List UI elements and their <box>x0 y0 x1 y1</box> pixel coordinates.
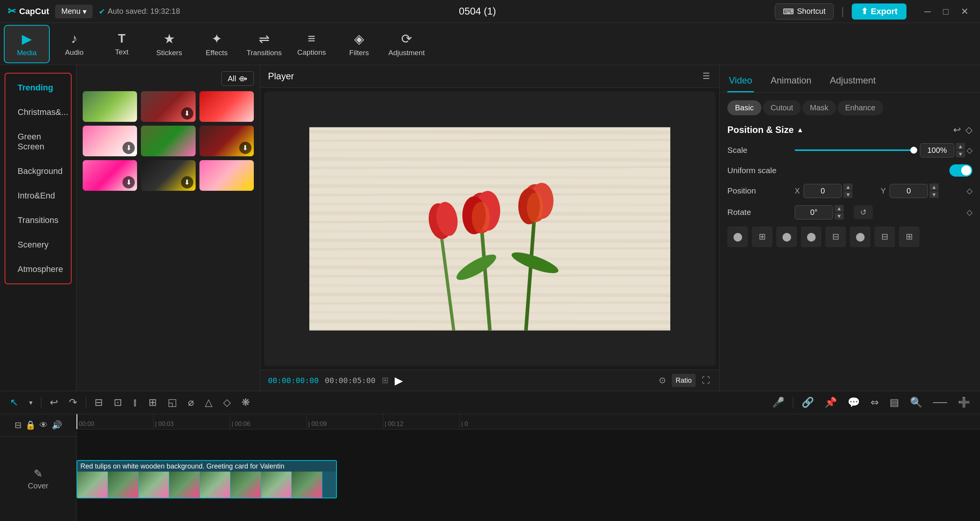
ratio-button[interactable]: Ratio <box>672 374 696 387</box>
align-bottom-button[interactable]: ⬤ <box>850 226 871 247</box>
speed-tool[interactable]: ⊞ <box>145 394 161 411</box>
rotate-up-button[interactable]: ▲ <box>835 205 844 212</box>
mic-button[interactable]: 🎤 <box>768 394 788 411</box>
pip-button[interactable]: ▤ <box>886 394 903 411</box>
all-filter-button[interactable]: All ⟴ <box>221 71 254 86</box>
toolbar-text[interactable]: T Text <box>99 25 145 63</box>
rotate-flip-button[interactable]: ↺ <box>854 205 873 219</box>
rotate-diamond-button[interactable]: ◇ <box>967 208 972 217</box>
tab-animation[interactable]: Animation <box>769 71 813 92</box>
select-dropdown[interactable]: ▾ <box>25 396 36 409</box>
export-button[interactable]: ⬆ Export <box>852 3 907 20</box>
mirror-tool[interactable]: ◇ <box>219 394 235 411</box>
play-button[interactable]: ▶ <box>395 374 403 387</box>
media-thumb-2[interactable]: ⬇ <box>141 91 195 122</box>
x-up-button[interactable]: ▲ <box>843 183 853 190</box>
download-badge-2[interactable]: ⬇ <box>181 107 193 120</box>
scale-diamond-button[interactable]: ◇ <box>967 146 972 155</box>
align-center-h-button[interactable]: ⊞ <box>752 226 773 247</box>
download-badge-8[interactable]: ⬇ <box>181 176 193 188</box>
close-button[interactable]: ✕ <box>957 5 972 18</box>
zoom-in-button[interactable]: ➕ <box>954 394 974 411</box>
scale-up-button[interactable]: ▲ <box>956 143 965 150</box>
x-down-button[interactable]: ▼ <box>843 191 853 198</box>
shortcut-button[interactable]: ⌨ Shortcut <box>775 3 833 20</box>
media-thumb-8[interactable]: ⬇ <box>141 160 195 191</box>
y-up-button[interactable]: ▲ <box>929 183 939 190</box>
download-badge-6[interactable]: ⬇ <box>239 142 252 154</box>
toolbar-media[interactable]: ▶ Media <box>4 25 50 63</box>
media-thumb-9[interactable] <box>199 160 254 191</box>
capture-button[interactable]: ⊙ <box>657 374 667 387</box>
sticker-add-button[interactable]: 📌 <box>821 394 841 411</box>
y-input[interactable] <box>890 184 928 198</box>
category-christmas[interactable]: Christmas&... <box>8 100 68 124</box>
category-transitions[interactable]: Transitions <box>8 208 68 232</box>
align-top-button[interactable]: ⬤ <box>801 226 822 247</box>
media-thumb-4[interactable]: ⬇ <box>83 126 137 156</box>
magnet-button[interactable]: 🔗 <box>798 394 818 411</box>
category-atmosphere[interactable]: Atmosphere <box>8 257 68 281</box>
category-background[interactable]: Background <box>8 159 68 183</box>
track-visibility-button[interactable]: 👁 <box>39 420 48 430</box>
toolbar-audio[interactable]: ♪ Audio <box>51 25 97 63</box>
subtab-mask[interactable]: Mask <box>802 100 836 115</box>
media-thumb-5[interactable] <box>141 126 195 156</box>
track-add-frame-button[interactable]: ⊟ <box>15 420 21 430</box>
transition-add-button[interactable]: ⇔ <box>867 394 883 411</box>
toolbar-adjustment[interactable]: ⟳ Adjustment <box>384 25 430 63</box>
trim-tool[interactable]: ⫿ <box>129 394 142 411</box>
fullscreen-button[interactable]: ⛶ <box>700 374 712 387</box>
track-audio-button[interactable]: 🔊 <box>52 420 62 430</box>
category-scenery[interactable]: Scenery <box>8 233 68 257</box>
video-clip[interactable]: Red tulips on white wooden background. G… <box>77 460 337 498</box>
distribute-v-button[interactable]: ⊞ <box>899 226 920 247</box>
media-thumb-1[interactable] <box>83 91 137 122</box>
rotate-tool[interactable]: ⌀ <box>184 394 198 411</box>
media-thumb-7[interactable]: ⬇ <box>83 160 137 191</box>
toolbar-captions[interactable]: ≡ Captions <box>289 25 335 63</box>
media-thumb-6[interactable]: ⬇ <box>199 126 254 156</box>
flip-tool[interactable]: △ <box>201 394 216 411</box>
align-left-button[interactable]: ⬤ <box>727 226 748 247</box>
playhead[interactable] <box>77 414 77 429</box>
x-input[interactable] <box>804 184 842 198</box>
subtab-enhance[interactable]: Enhance <box>838 100 883 115</box>
tab-adjustment[interactable]: Adjustment <box>828 71 877 92</box>
zoom-out-button[interactable]: 🔍 <box>906 394 926 411</box>
freeze-tool[interactable]: ◱ <box>164 394 181 411</box>
subtab-cutout[interactable]: Cutout <box>763 100 801 115</box>
rotate-down-button[interactable]: ▼ <box>835 213 844 220</box>
crop-tool[interactable]: ⊡ <box>110 394 126 411</box>
toolbar-transitions[interactable]: ⇌ Transitions <box>241 25 287 63</box>
cover-area[interactable]: ✎ Cover <box>0 437 76 521</box>
subtab-basic[interactable]: Basic <box>727 100 761 115</box>
minimize-button[interactable]: ─ <box>920 5 934 18</box>
player-menu-button[interactable]: ☰ <box>701 70 712 83</box>
menu-button[interactable]: Menu ▾ <box>55 5 93 18</box>
delete-tool[interactable]: ❋ <box>238 394 254 411</box>
undo-button[interactable]: ↩ <box>953 125 961 135</box>
select-tool[interactable]: ↖ <box>6 394 22 411</box>
toolbar-filters[interactable]: ◈ Filters <box>336 25 382 63</box>
tab-video[interactable]: Video <box>727 71 754 92</box>
toolbar-effects[interactable]: ✦ Effects <box>194 25 240 63</box>
category-green-screen[interactable]: Green Screen <box>8 125 68 159</box>
split-tool[interactable]: ⊟ <box>91 394 107 411</box>
redo-tool[interactable]: ↷ <box>65 394 81 411</box>
y-down-button[interactable]: ▼ <box>929 191 939 198</box>
category-trending[interactable]: Trending <box>8 76 68 100</box>
scale-slider[interactable] <box>795 149 914 151</box>
undo-tool[interactable]: ↩ <box>46 394 62 411</box>
rotate-input[interactable] <box>795 205 833 220</box>
category-intro-end[interactable]: Intro&End <box>8 184 68 208</box>
diamond-button[interactable]: ◇ <box>965 125 972 135</box>
maximize-button[interactable]: □ <box>939 5 953 18</box>
zoom-slider[interactable]: ── <box>929 394 951 411</box>
distribute-h-button[interactable]: ⊟ <box>874 226 895 247</box>
align-center-v-button[interactable]: ⊟ <box>825 226 846 247</box>
track-lock-button[interactable]: 🔒 <box>25 420 36 430</box>
media-thumb-3[interactable] <box>199 91 254 122</box>
uniform-scale-toggle[interactable] <box>949 164 972 177</box>
caption-add-button[interactable]: 💬 <box>844 394 864 411</box>
